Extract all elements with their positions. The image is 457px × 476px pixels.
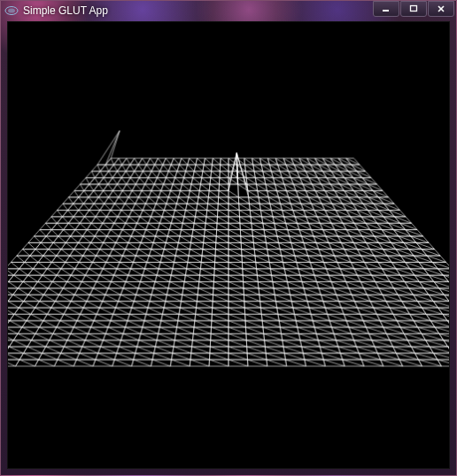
svg-point-1 [8,8,15,12]
close-button[interactable] [428,1,454,17]
opengl-icon [4,4,19,17]
title-bar[interactable]: Simple GLUT App [1,1,456,20]
window-controls [372,1,454,17]
opengl-viewport [7,21,450,469]
svg-rect-3 [411,6,417,12]
wireframe-terrain-canvas [8,22,449,468]
application-window: Simple GLUT App [0,0,457,476]
window-title: Simple GLUT App [23,4,108,17]
minimize-button[interactable] [373,1,399,17]
maximize-button[interactable] [400,1,427,17]
